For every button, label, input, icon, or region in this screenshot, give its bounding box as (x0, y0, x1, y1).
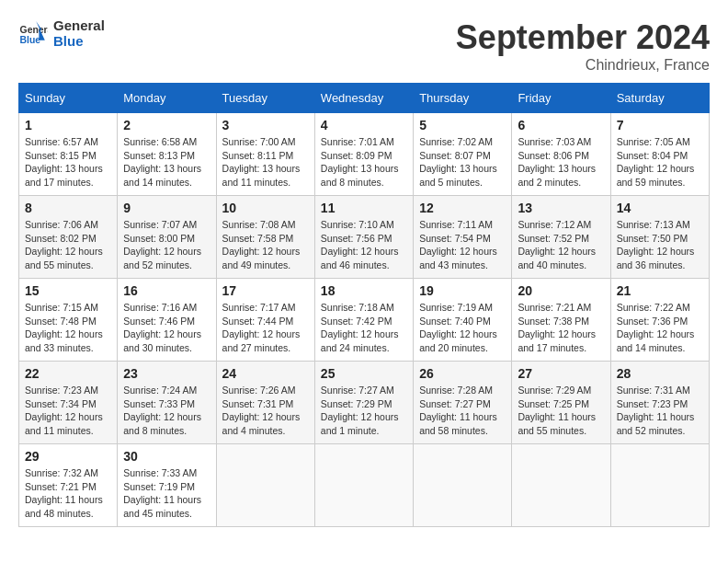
calendar-cell: 3 Sunrise: 7:00 AM Sunset: 8:11 PM Dayli… (216, 113, 314, 196)
sunrise-text: Sunrise: 7:29 AM (518, 385, 591, 396)
daylight-text: Daylight: 12 hours and 20 minutes. (419, 328, 497, 353)
calendar-cell: 13 Sunrise: 7:12 AM Sunset: 7:52 PM Dayl… (512, 196, 610, 279)
svg-text:Blue: Blue (20, 35, 41, 45)
day-number: 15 (25, 283, 111, 298)
calendar-cell (414, 444, 512, 527)
day-number: 30 (123, 449, 210, 464)
daylight-text: Daylight: 12 hours and 36 minutes. (617, 246, 695, 270)
daylight-text: Daylight: 12 hours and 59 minutes. (617, 163, 695, 188)
sunset-text: Sunset: 8:13 PM (123, 150, 195, 161)
sunrise-text: Sunrise: 7:05 AM (617, 136, 690, 147)
sunset-text: Sunset: 7:29 PM (321, 398, 392, 409)
day-number: 13 (518, 201, 604, 215)
calendar-cell: 15 Sunrise: 7:15 AM Sunset: 7:48 PM Dayl… (19, 279, 118, 362)
daylight-text: Daylight: 12 hours and 8 minutes. (123, 411, 201, 436)
sunrise-text: Sunrise: 7:27 AM (321, 385, 394, 396)
calendar-cell: 16 Sunrise: 7:16 AM Sunset: 7:46 PM Dayl… (118, 279, 216, 362)
calendar-cell: 27 Sunrise: 7:29 AM Sunset: 7:25 PM Dayl… (512, 362, 610, 444)
calendar-cell: 21 Sunrise: 7:22 AM Sunset: 7:36 PM Dayl… (610, 279, 709, 362)
daylight-text: Daylight: 11 hours and 55 minutes. (518, 411, 596, 436)
day-number: 24 (222, 366, 309, 381)
daylight-text: Daylight: 13 hours and 17 minutes. (25, 163, 103, 188)
sunrise-text: Sunrise: 7:03 AM (518, 136, 591, 147)
sunrise-text: Sunrise: 7:19 AM (419, 302, 493, 313)
sunrise-text: Sunrise: 7:23 AM (25, 385, 98, 396)
sunrise-text: Sunrise: 7:11 AM (419, 219, 493, 230)
calendar-week-4: 29 Sunrise: 7:32 AM Sunset: 7:21 PM Dayl… (19, 444, 710, 527)
sunrise-text: Sunrise: 7:22 AM (617, 302, 690, 313)
calendar-cell: 6 Sunrise: 7:03 AM Sunset: 8:06 PM Dayli… (512, 113, 610, 196)
calendar-cell: 24 Sunrise: 7:26 AM Sunset: 7:31 PM Dayl… (216, 362, 314, 444)
logo-general: General (53, 18, 105, 34)
calendar-cell (512, 444, 610, 527)
sunrise-text: Sunrise: 7:33 AM (123, 467, 197, 478)
sunset-text: Sunset: 7:56 PM (321, 233, 392, 244)
sunset-text: Sunset: 7:44 PM (222, 316, 294, 327)
day-number: 12 (419, 201, 506, 215)
col-tuesday: Tuesday (216, 84, 314, 113)
day-number: 18 (321, 283, 407, 298)
daylight-text: Daylight: 13 hours and 11 minutes. (222, 163, 301, 188)
day-number: 25 (321, 366, 407, 381)
sunset-text: Sunset: 7:54 PM (419, 233, 491, 244)
day-number: 11 (321, 201, 407, 215)
calendar-table: Sunday Monday Tuesday Wednesday Thursday… (18, 83, 710, 527)
sunset-text: Sunset: 8:06 PM (518, 150, 589, 161)
sunset-text: Sunset: 7:40 PM (419, 316, 491, 327)
location: Chindrieux, France (456, 57, 710, 74)
sunset-text: Sunset: 7:38 PM (518, 316, 589, 327)
sunset-text: Sunset: 7:50 PM (617, 233, 688, 244)
daylight-text: Daylight: 11 hours and 45 minutes. (123, 494, 201, 519)
sunset-text: Sunset: 8:00 PM (123, 233, 195, 244)
daylight-text: Daylight: 12 hours and 4 minutes. (222, 411, 301, 436)
daylight-text: Daylight: 12 hours and 17 minutes. (518, 328, 596, 353)
logo: General Blue General Blue (18, 18, 105, 49)
day-number: 10 (222, 201, 309, 215)
day-number: 27 (518, 366, 604, 381)
daylight-text: Daylight: 12 hours and 1 minute. (321, 411, 399, 436)
sunrise-text: Sunrise: 7:08 AM (222, 219, 296, 230)
sunset-text: Sunset: 8:15 PM (25, 150, 97, 161)
calendar-cell: 9 Sunrise: 7:07 AM Sunset: 8:00 PM Dayli… (118, 196, 216, 279)
day-number: 16 (123, 283, 210, 298)
sunset-text: Sunset: 8:11 PM (222, 150, 294, 161)
sunrise-text: Sunrise: 7:13 AM (617, 219, 690, 230)
calendar-cell: 12 Sunrise: 7:11 AM Sunset: 7:54 PM Dayl… (414, 196, 512, 279)
sunrise-text: Sunrise: 7:26 AM (222, 385, 296, 396)
sunset-text: Sunset: 7:46 PM (123, 316, 195, 327)
daylight-text: Daylight: 13 hours and 5 minutes. (419, 163, 497, 188)
sunset-text: Sunset: 7:25 PM (518, 398, 589, 409)
calendar-cell: 25 Sunrise: 7:27 AM Sunset: 7:29 PM Dayl… (314, 362, 413, 444)
daylight-text: Daylight: 12 hours and 30 minutes. (123, 328, 201, 353)
daylight-text: Daylight: 13 hours and 14 minutes. (123, 163, 201, 188)
calendar-cell (216, 444, 314, 527)
day-number: 2 (123, 118, 210, 132)
sunrise-text: Sunrise: 6:57 AM (25, 136, 98, 147)
calendar-cell: 11 Sunrise: 7:10 AM Sunset: 7:56 PM Dayl… (314, 196, 413, 279)
calendar-cell: 17 Sunrise: 7:17 AM Sunset: 7:44 PM Dayl… (216, 279, 314, 362)
day-number: 9 (123, 201, 210, 215)
calendar-cell: 28 Sunrise: 7:31 AM Sunset: 7:23 PM Dayl… (610, 362, 709, 444)
calendar-cell: 30 Sunrise: 7:33 AM Sunset: 7:19 PM Dayl… (118, 444, 216, 527)
col-sunday: Sunday (19, 84, 118, 113)
sunrise-text: Sunrise: 7:12 AM (518, 219, 591, 230)
calendar-cell: 19 Sunrise: 7:19 AM Sunset: 7:40 PM Dayl… (414, 279, 512, 362)
calendar-cell: 1 Sunrise: 6:57 AM Sunset: 8:15 PM Dayli… (19, 113, 118, 196)
sunrise-text: Sunrise: 7:17 AM (222, 302, 296, 313)
sunrise-text: Sunrise: 7:01 AM (321, 136, 394, 147)
logo-icon: General Blue (18, 21, 48, 47)
sunset-text: Sunset: 8:07 PM (419, 150, 491, 161)
day-number: 26 (419, 366, 506, 381)
daylight-text: Daylight: 12 hours and 27 minutes. (222, 328, 301, 353)
sunrise-text: Sunrise: 7:28 AM (419, 385, 493, 396)
sunrise-text: Sunrise: 6:58 AM (123, 136, 197, 147)
sunrise-text: Sunrise: 7:15 AM (25, 302, 98, 313)
daylight-text: Daylight: 12 hours and 55 minutes. (25, 246, 103, 270)
daylight-text: Daylight: 12 hours and 24 minutes. (321, 328, 399, 353)
sunset-text: Sunset: 7:27 PM (419, 398, 491, 409)
sunset-text: Sunset: 7:48 PM (25, 316, 97, 327)
sunset-text: Sunset: 7:19 PM (123, 481, 195, 492)
sunrise-text: Sunrise: 7:00 AM (222, 136, 296, 147)
day-number: 6 (518, 118, 604, 132)
day-number: 28 (617, 366, 703, 381)
